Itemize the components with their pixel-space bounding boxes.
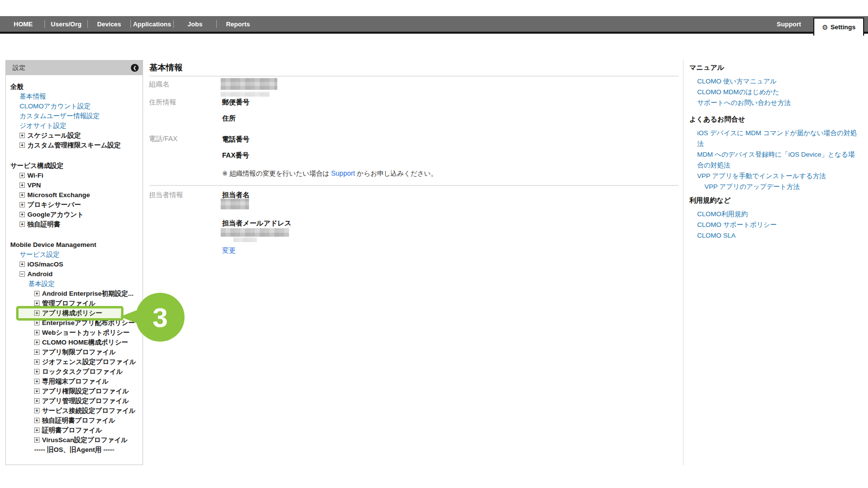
expand-icon[interactable]: + — [34, 398, 40, 404]
nav-item-jobs[interactable]: Jobs — [174, 16, 216, 32]
help-link[interactable]: サポートへのお問い合わせ方法 — [689, 98, 861, 108]
org-change-note: ※ 組織情報の変更を行いたい場合は Support からお申し込みください。 — [222, 169, 437, 178]
help-link[interactable]: VPP アプリを手動でインストールする方法 — [689, 171, 861, 182]
sidebar-item-6[interactable]: +カスタム管理権限スキーム設定 — [6, 141, 143, 150]
expand-icon[interactable]: + — [34, 310, 40, 316]
collapse-icon[interactable]: − — [20, 271, 25, 277]
expand-icon[interactable]: + — [34, 349, 40, 355]
expand-icon[interactable]: + — [34, 379, 40, 384]
sidebar-item-32[interactable]: +独自証明書プロファイル — [6, 416, 143, 426]
sidebar-item-13[interactable]: +独自証明書 — [6, 220, 143, 229]
expand-icon[interactable]: + — [20, 173, 25, 178]
expand-icon[interactable]: + — [20, 222, 25, 227]
sidebar-item-12[interactable]: +Googleアカウント — [6, 210, 143, 220]
sidebar-item-1[interactable]: 基本情報 — [6, 92, 143, 102]
sidebar-item-9[interactable]: +VPN — [6, 181, 143, 190]
sidebar-item-8[interactable]: +Wi-Fi — [6, 171, 143, 181]
sidebar-item-2[interactable]: CLOMOアカウント設定 — [6, 102, 143, 111]
chevron-left-icon[interactable]: ❮ — [131, 64, 139, 72]
sidebar-item-18[interactable]: 基本設定 — [6, 279, 143, 289]
sidebar-item-31[interactable]: +サービス接続設定プロファイル — [6, 406, 143, 416]
expand-icon[interactable]: + — [20, 133, 25, 138]
help-links: CLOMO 使い方マニュアルCLOMO MDMのはじめかたサポートへのお問い合わ… — [689, 76, 861, 108]
panel-divider — [683, 60, 683, 465]
sidebar-item-24[interactable]: +CLOMO HOME構成ポリシー — [6, 338, 143, 347]
nav-item-applications[interactable]: Applications — [131, 16, 173, 32]
tab-settings[interactable]: ⚙ Settings — [813, 18, 864, 36]
nav-item-support[interactable]: Support — [769, 16, 808, 32]
expand-icon[interactable]: + — [34, 427, 40, 433]
sidebar-item-label: VirusScan設定プロファイル — [42, 436, 128, 444]
nav-item-users-org[interactable]: Users/Org — [45, 16, 87, 32]
help-link[interactable]: CLOMO 使い方マニュアル — [689, 76, 861, 87]
sidebar-item-25[interactable]: +アプリ制限プロファイル — [6, 347, 143, 357]
nav-item-reports[interactable]: Reports — [217, 16, 259, 32]
contact-email-label: 担当者メールアドレス — [222, 219, 291, 228]
help-link[interactable]: CLOMO サポートポリシー — [689, 220, 861, 230]
help-link[interactable]: MDM へのデバイス登録時に「iOS Device」となる場合の対処法 — [689, 149, 861, 171]
help-link[interactable]: CLOMO利用規約 — [689, 209, 861, 220]
sidebar-item-33[interactable]: +証明書プロファイル — [6, 426, 143, 435]
sidebar-item-label: サービス設定 — [20, 251, 60, 258]
sidebar-item-label: サービス接続設定プロファイル — [42, 407, 136, 414]
sidebar-item-label: 全般 — [10, 83, 23, 90]
sidebar-item-11[interactable]: +プロキシサーバー — [6, 200, 143, 210]
sidebar-item-4[interactable]: ジオサイト設定 — [6, 121, 143, 131]
sidebar-item-17[interactable]: −Android — [6, 269, 143, 279]
note-prefix: ※ 組織情報の変更を行いたい場合は — [222, 170, 331, 177]
expand-icon[interactable]: + — [34, 291, 40, 296]
sidebar-item-label: アプリ管理設定プロファイル — [42, 397, 129, 405]
expand-icon[interactable]: + — [20, 202, 25, 207]
nav-item-devices[interactable]: Devices — [88, 16, 130, 32]
sidebar-item-10[interactable]: +Microsoft Exchange — [6, 190, 143, 200]
postal-code-label: 郵便番号 — [222, 98, 249, 107]
expand-icon[interactable]: + — [34, 340, 40, 345]
sidebar-item-23[interactable]: +Webショートカットポリシー — [6, 328, 143, 338]
expand-icon[interactable]: + — [34, 437, 40, 443]
expand-icon[interactable]: + — [34, 301, 40, 306]
expand-icon[interactable]: + — [34, 320, 40, 325]
sidebar-item-5[interactable]: +スケジュール設定 — [6, 131, 143, 141]
expand-icon[interactable]: + — [20, 262, 25, 267]
sidebar-item-3[interactable]: カスタムユーザー情報設定 — [6, 111, 143, 121]
phone-fax-label: 電話/FAX — [149, 135, 177, 143]
change-link[interactable]: 変更 — [222, 246, 236, 255]
note-suffix: からお申し込みください。 — [355, 170, 437, 177]
expand-icon[interactable]: + — [34, 408, 40, 413]
sidebar-item-label: 管理プロファイル — [42, 300, 96, 307]
expand-icon[interactable]: + — [34, 418, 40, 423]
sidebar-item-label: VPN — [27, 182, 41, 189]
sidebar-item-19[interactable]: +Android Enterprise初期設定... — [6, 289, 143, 299]
contact-name-redacted-value — [221, 199, 249, 209]
help-link[interactable]: CLOMO MDMのはじめかた — [689, 87, 861, 98]
expand-icon[interactable]: + — [34, 330, 40, 335]
sidebar-item-34[interactable]: +VirusScan設定プロファイル — [6, 435, 143, 445]
sidebar-item-26[interactable]: +ジオフェンス設定プロファイル — [6, 357, 143, 367]
sidebar-item-15[interactable]: サービス設定 — [6, 250, 143, 260]
sidebar-item-16[interactable]: +iOS/macOS — [6, 260, 143, 269]
expand-icon[interactable]: + — [20, 142, 25, 148]
expand-icon[interactable]: + — [20, 192, 25, 198]
sidebar-item-27[interactable]: +ロックタスクプロファイル — [6, 367, 143, 377]
support-link[interactable]: Support — [331, 169, 355, 177]
sidebar-item-29[interactable]: +アプリ権限設定プロファイル — [6, 386, 143, 396]
step-badge: 3 — [136, 293, 185, 342]
expand-icon[interactable]: + — [34, 369, 40, 374]
help-link[interactable]: VPP アプリのアップデート方法 — [689, 182, 861, 192]
help-link[interactable]: CLOMO SLA — [689, 230, 861, 241]
nav-item-home[interactable]: HOME — [2, 16, 44, 32]
sidebar-item-label: アプリ権限設定プロファイル — [42, 387, 129, 395]
expand-icon[interactable]: + — [34, 359, 40, 365]
expand-icon[interactable]: + — [20, 212, 25, 217]
phone-number-label: 電話番号 — [222, 135, 249, 144]
sidebar-item-28[interactable]: +専用端末プロファイル — [6, 377, 143, 386]
help-section-title: マニュアル — [689, 63, 861, 72]
sidebar-gap — [6, 229, 143, 240]
help-link[interactable]: iOS デバイスに MDM コマンドが届かない場合の対処法 — [689, 128, 861, 149]
sidebar-item-label: ジオフェンス設定プロファイル — [42, 358, 136, 366]
expand-icon[interactable]: + — [20, 183, 25, 188]
sidebar-item-30[interactable]: +アプリ管理設定プロファイル — [6, 396, 143, 406]
expand-icon[interactable]: + — [34, 388, 40, 394]
contact-info-label: 担当者情報 — [149, 191, 183, 200]
sidebar-item-label: アプリ構成ポリシー — [42, 309, 102, 317]
